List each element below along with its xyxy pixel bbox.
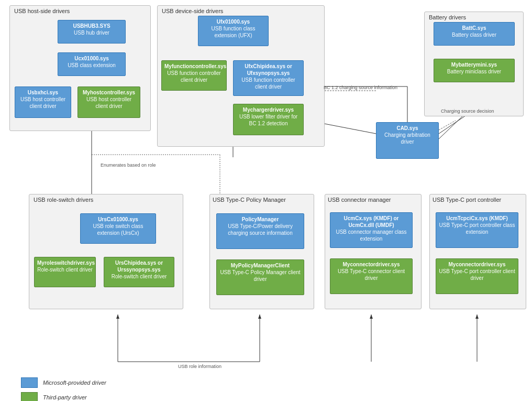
box-urschipidea: UrsChipidea.sys or Urssynopsys.sys Role-…: [104, 257, 174, 287]
svg-marker-43: [475, 315, 479, 319]
group-port-label: USB Type-C port controller: [433, 197, 501, 203]
group-policy-label: USB Type-C Policy Manager: [213, 197, 286, 203]
box-myroleswitchdriver: Myroleswitchdriver.sys Role-switch clien…: [34, 257, 96, 287]
box-mybatterymini: Mybatterymini.sys Battery miniclass driv…: [434, 59, 515, 82]
box-policymanager: PolicyManager USB Type-C/Power delivery …: [216, 213, 304, 249]
box-usbxhci: Usbxhci.sys USB host controller client d…: [15, 86, 71, 118]
group-role-switch: USB role-switch drivers: [29, 194, 183, 309]
box-battc: BattC.sys Battery class driver: [434, 22, 515, 46]
legend-thirdparty: Third-party driver: [21, 392, 87, 401]
box-ufx01000: Ufx01000.sys USB function class extensio…: [198, 16, 269, 46]
group-role-label: USB role-switch drivers: [34, 197, 93, 203]
label-bc12-info: BC 1.2 charging source information: [324, 85, 397, 90]
box-cad: CAD.sys Charging arbitration driver: [376, 122, 439, 159]
group-connector-label: USB connector manager: [328, 197, 391, 203]
legend-microsoft-label: Microsoft-provided driver: [43, 380, 106, 386]
svg-marker-33: [116, 315, 119, 319]
svg-line-14: [439, 121, 456, 130]
box-ufxchipidea: UfxChipidea.sys or Ufxsynopsys.sys USB f…: [233, 60, 304, 96]
svg-marker-41: [370, 315, 373, 319]
group-host-label: USB host-side drivers: [14, 8, 70, 14]
legend-thirdparty-swatch: [21, 392, 38, 401]
group-battery-label: Battery drivers: [429, 14, 466, 20]
box-myconnectordriver-cm: Myconnectordriver.sys USB Type-C connect…: [330, 258, 413, 294]
box-ucmtcpci: UcmTcpciCx.sys (KMDF) USB Type-C port co…: [436, 212, 518, 248]
box-mychargerdriver: Mychargerdriver.sys USB lower filter dri…: [233, 104, 304, 135]
box-ucx01000: Ucx01000.sys USB class extension: [58, 52, 126, 76]
box-ucmcx: UcmCx.sys (KMDF) or UcmCx.dll (UMDF) USB…: [330, 212, 413, 248]
legend-thirdparty-label: Third-party driver: [43, 394, 87, 400]
legend-microsoft-swatch: [21, 377, 38, 388]
box-usbhub3: USBHUB3.SYS USB hub driver: [58, 20, 126, 44]
label-enumerates: Enumerates based on role: [101, 162, 156, 168]
box-myfunctioncontroller: Myfunctioncontroller.sys USB function co…: [161, 60, 227, 91]
box-mypolicymanagerclient: MyPolicyManagerClient USB Type-C Policy …: [216, 259, 304, 295]
box-urscx01000: UrsCx01000.sys USB role switch class ext…: [80, 213, 156, 244]
group-device-label: USB device-side drivers: [162, 8, 223, 14]
box-myconnectordriver-pc: Myconnectordriver.sys USB Type-C port co…: [436, 258, 518, 294]
diagram-container: USB host-side drivers USB device-side dr…: [0, 0, 532, 401]
svg-marker-32: [258, 315, 261, 319]
label-usb-role-info: USB role information: [178, 364, 221, 369]
label-charging-decision: Charging source decision: [441, 109, 494, 114]
legend-microsoft: Microsoft-provided driver: [21, 377, 106, 388]
box-myhostcontroller: Myhostcontroller.sys USB host controller…: [77, 86, 140, 118]
